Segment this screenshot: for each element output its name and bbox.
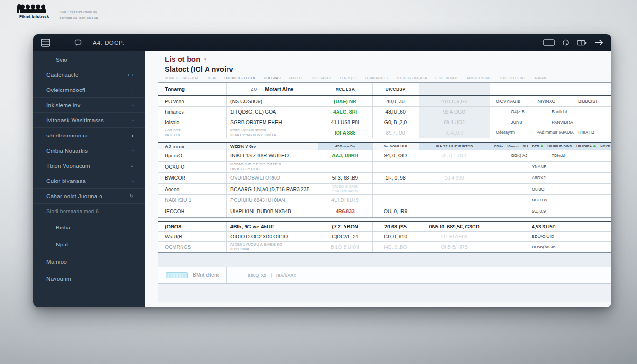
row-cell-5: 99 A OGO — [419, 107, 490, 117]
company-logo: Fikret bristresk — [17, 4, 49, 18]
sidebar-item[interactable]: Binlia — [33, 219, 145, 236]
sidebar-item[interactable]: Npal — [33, 236, 145, 253]
row-cell-6-item: O8I8O — [532, 187, 573, 191]
sidebar-item[interactable]: Navounm — [33, 270, 145, 287]
brand-tagline: Klar l egzzus vnion yy bonncs 93 'aalt p… — [60, 9, 98, 21]
footer-text-left: asuQ Xb — [248, 273, 266, 278]
company-name: Fikret bristresk — [19, 14, 49, 18]
row-cell-6-item: NSU U9 — [532, 198, 573, 202]
column-header-3: MCL LSA — [318, 83, 373, 95]
filter-item[interactable]: AIN UIU IBIIAIL — [466, 76, 492, 80]
sidebar-item-label: Cuior bivanaaa — [46, 178, 86, 184]
filter-item[interactable]: O M a (LB — [340, 76, 357, 80]
row-cell-6-item: Oderayrm — [496, 130, 537, 136]
column-header-4: UICCBGP — [373, 83, 419, 95]
filter-item[interactable]: IDI8 SAVAIL — [312, 76, 332, 80]
filter-item[interactable]: TEIAI — [207, 76, 217, 80]
sidebar-nav: SvioCaalcnaacle▭Ovielcrmndoofi∴Inkisieme… — [33, 52, 145, 287]
row-cell-5 — [419, 184, 490, 195]
row-cell-6-item: BDU/OIUIO — [532, 234, 573, 239]
chip-label: BMnt diteno — [193, 273, 220, 278]
table-header-row: TonamgZOMotart AlneMCL LSAUICCBGP — [158, 83, 611, 96]
column-header-6 — [490, 83, 611, 95]
title-dropdown-caret[interactable]: ▾ — [204, 57, 207, 62]
table-row[interactable]: IEOCOHUIAPI KINL BUB0B NXB4B4R6.833OU, 0… — [158, 206, 611, 218]
filter-item[interactable]: DUU WAII — [264, 76, 281, 80]
row-cell-6: 5U,.0,9 — [490, 206, 611, 218]
sidebar-item[interactable]: Ovielcrmndoofi∴ — [33, 82, 145, 98]
table-row[interactable]: Gon IprekIIIUI IYI IIIrrnria Louruuo Nrt… — [158, 127, 611, 138]
row-cell-6-item: II IIIA IIB — [578, 130, 609, 136]
chat-icon[interactable] — [74, 39, 82, 46]
filter-item[interactable]: AIAIAIL — [535, 76, 547, 80]
card-icon: ▭ — [128, 72, 134, 78]
sidebar-item[interactable]: Sindi borsaana mod 6 — [33, 204, 145, 219]
column-header-3-label[interactable]: MCL LSA — [336, 87, 355, 91]
sidebar-item[interactable]: Mamioo — [33, 253, 145, 270]
sidebar-item[interactable]: Ivitnnask Wasitimasss• — [33, 113, 145, 128]
row-cell-1: himanes — [158, 107, 227, 117]
sidebar-item-label: Mamioo — [46, 259, 67, 264]
table-row[interactable]: BpuruOINIKI L4S Z 6XR WIUBEOAAJ, U8RH94,… — [158, 150, 611, 162]
row-cell-3: 4UI DI IIUI 9 — [318, 195, 373, 206]
row-cell-4: G0,.B.,2,0 — [373, 117, 419, 127]
sidebar-item[interactable]: Tbion Voonacum○ — [33, 158, 145, 173]
app-window: A4. DOOP. SvioCaalcnaacle▭Ovielcrmndoofi… — [33, 34, 611, 307]
row-cell-3: 41 I US8 P8I — [318, 117, 373, 127]
display-icon[interactable] — [543, 39, 555, 46]
row-cell-1: NABHSIU 1 — [158, 195, 227, 206]
table-row[interactable]: OCMRNCSAI OBII 1 YUOU'U A, BIAE B KOIIUY… — [158, 242, 611, 252]
sidebar-item[interactable]: Cahar ooist Juorma o↻ — [33, 189, 145, 204]
sidebar-item[interactable]: sdddlonmnonaa› — [33, 128, 145, 143]
filter-item[interactable]: PIBIU B- UIAQIIIA — [397, 76, 427, 80]
filter-item[interactable]: TUIABA/IAIL L — [365, 76, 389, 80]
filter-item[interactable]: UIUBIIUB - CHTOL — [224, 76, 256, 80]
table-sections: TonamgZOMotart AlneMCL LSAUICCBGPPO vcno… — [158, 83, 611, 252]
table-row[interactable]: WaRI(BOIOIO D OG2 8D0 OIGIOC(DGVE 24G9,.… — [158, 232, 611, 242]
filter-item[interactable]: IUILL IU LIUII L — [500, 76, 526, 80]
dot-icon: • — [132, 118, 134, 122]
record-icon[interactable] — [562, 39, 569, 46]
table-row[interactable]: NABHSIU 1POUIUIIU 8843 IUI 0IAN4UI DI II… — [158, 195, 611, 206]
row-cell-6-item: 4,53 3,U5D — [532, 224, 573, 229]
table-row[interactable]: AooonBOAARG 1,N,A0,(D,T16 RAR3 23BVAJSO … — [158, 184, 611, 195]
row-cell-6-item: INIYINXO — [537, 99, 578, 104]
row-cell-4: OU, 0, IR9 — [373, 206, 419, 218]
arrow-right-icon[interactable] — [594, 39, 604, 46]
sidebar-item-label: Svio — [56, 57, 67, 63]
row-cell-4: 89.7..O0 — [373, 127, 419, 138]
subheader-6-label: UIUBIHB BIND — [547, 144, 572, 148]
table-row[interactable]: OCXU OMOBAD D ID G EIOIB OR FEIBDIVIKUYT… — [158, 162, 611, 173]
column-header-4-label[interactable]: UICCBGP — [386, 87, 406, 91]
subheader-6-label: UIUIBIRA — [576, 144, 596, 148]
sidebar-item[interactable]: Svio — [33, 52, 145, 67]
row-cell-6: 4,53 3,U5D — [490, 222, 611, 231]
tagline-line-1: Klar l egzzus vnion yy — [60, 9, 98, 15]
sidebar-item[interactable]: Inkisieme inv• — [33, 98, 145, 113]
sidebar-item-label: Cmbia Nouarkis — [46, 148, 88, 154]
column-header-name: Tonamg — [158, 83, 227, 95]
row-cell-5 — [419, 195, 490, 206]
row-cell-4: 94,.0, OID — [373, 150, 419, 161]
battery-icon[interactable] — [577, 40, 587, 46]
row-cell-5 — [419, 162, 490, 173]
sidebar-item-label: Npal — [56, 242, 68, 247]
filter-item[interactable]: U IUE IIUIAIIL — [435, 76, 459, 80]
table-row[interactable]: IolsbloSGRB OR3TEM EHEH41 I US8 P8IG0,.B… — [158, 117, 611, 127]
filter-bar: BUIAES EIIAS - IIALTEIAIUIUBIIUB - CHTOL… — [165, 76, 611, 80]
footer-text-right: IaA/uAXc — [276, 273, 296, 278]
row-cell-2: OIOIO D OG2 8D0 OIGIO — [227, 232, 318, 241]
sidebar-item[interactable]: Cuior bivanaaa• — [33, 173, 145, 189]
filter-item[interactable]: UIAEUIG — [289, 76, 304, 80]
table-row[interactable]: PO vcno(NS COS8O9)(OAE) NR40,0,.3041D,D,… — [158, 96, 611, 107]
selected-chip[interactable] — [166, 272, 188, 278]
filter-item[interactable]: BUIAES EIIAS - IIAL — [165, 76, 199, 80]
table-row[interactable]: himanes1H QD8G, CE) GOA4ALO, 8RI48,IU,.6… — [158, 107, 611, 117]
menu-icon[interactable] — [41, 39, 50, 47]
table-row[interactable]: BWICOROVUIDIOBWEI ORKO5F3, 68 ,B91R, 0, … — [158, 173, 611, 184]
row-cell-3: AAJ, U8RH — [318, 150, 373, 161]
table-row[interactable]: (ONO8:4Blb, 9G we 4hUP(7 2. YBON20,68 (S… — [158, 222, 611, 232]
sidebar-item[interactable]: Caalcnaacle▭ — [33, 67, 145, 82]
sidebar-item[interactable]: Cmbia Nouarkis• — [33, 143, 145, 158]
subheader-3[interactable]: 4SBmoeSo — [318, 143, 373, 150]
